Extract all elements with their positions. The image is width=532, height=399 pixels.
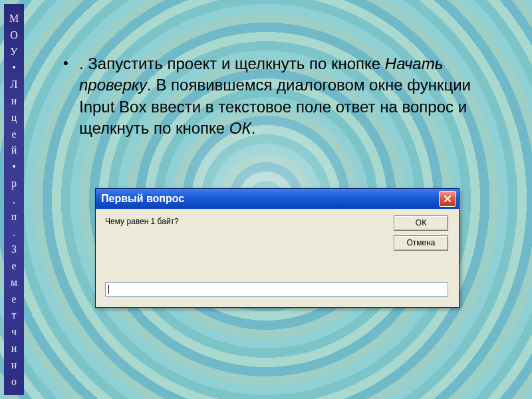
text-seg-1: . Запустить проект и щелкнуть по кнопке (79, 55, 385, 72)
text-caret (108, 285, 109, 294)
text-italic-2: ОК (229, 119, 251, 137)
close-button[interactable] (439, 191, 456, 207)
dialog-body: Чему равен 1 байт? ОК Отмена (96, 209, 459, 307)
dialog-titlebar[interactable]: Первый вопрос (96, 189, 459, 209)
sidebar-vertical-label: МОУ•Лицей• р.п.Земетчино (4, 4, 24, 395)
text-seg-3: . (251, 119, 256, 137)
bullet-dot: • (63, 53, 79, 140)
close-icon (444, 195, 452, 203)
instruction-text: • . Запустить проект и щелкнуть по кнопк… (63, 53, 489, 140)
cancel-button[interactable]: Отмена (394, 235, 448, 251)
ok-button[interactable]: ОК (394, 215, 448, 231)
inputbox-dialog: Первый вопрос Чему равен 1 байт? ОК Отме… (95, 188, 460, 308)
dialog-title: Первый вопрос (101, 193, 184, 205)
dialog-question: Чему равен 1 байт? (105, 217, 179, 226)
slide-root: МОУ•Лицей• р.п.Земетчино • . Запустить п… (0, 0, 532, 399)
bullet-body: . Запустить проект и щелкнуть по кнопке … (79, 53, 489, 140)
answer-input[interactable] (105, 282, 448, 297)
